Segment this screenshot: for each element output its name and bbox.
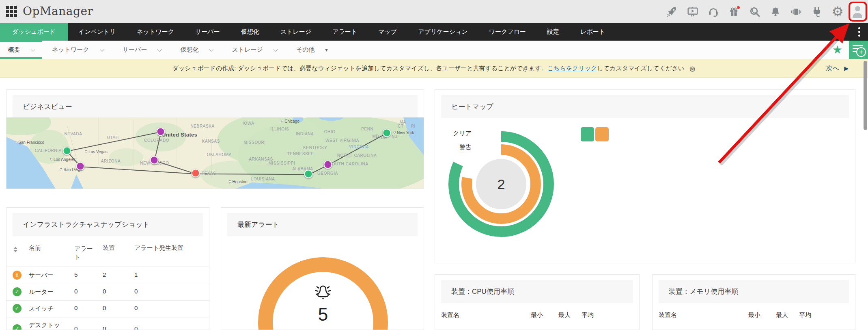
- play-arrow-icon: ▶: [844, 65, 849, 72]
- col-alerts[interactable]: アラート: [74, 244, 97, 261]
- nav-alerts[interactable]: アラート: [322, 23, 368, 41]
- map-label-indiana: INDIANA: [296, 132, 314, 136]
- map-node-texas[interactable]: [191, 169, 200, 178]
- settings-gear-icon[interactable]: ⚙: [831, 6, 844, 18]
- banner-prefix: ダッシュボードの作成: ダッシュボードでは、必要なウィジェットを追加してカスタマ…: [172, 65, 547, 72]
- heatmap-donut-chart[interactable]: 2: [440, 123, 562, 245]
- infra-row-switch[interactable]: ✓ スイッチ 0 0 0: [6, 300, 209, 317]
- nav-more-menu-icon[interactable]: [855, 23, 863, 41]
- subtab-server[interactable]: サーバー: [113, 41, 171, 59]
- col-devices[interactable]: 装置: [103, 244, 115, 252]
- chevron-down-icon[interactable]: [209, 47, 213, 51]
- legend-warning-swatch[interactable]: [595, 127, 609, 141]
- sort-icon[interactable]: [13, 247, 17, 252]
- infra-row-1-devices: 0: [103, 288, 106, 295]
- infrastructure-table-header: 名前 アラート 装置 アラート発生装置: [6, 239, 209, 267]
- user-avatar[interactable]: [850, 3, 865, 20]
- infra-row-1-alert-devices: 0: [134, 288, 138, 295]
- nav-applications[interactable]: アプリケーション: [407, 23, 478, 41]
- subtab-virtualization[interactable]: 仮想化: [170, 41, 222, 59]
- caret-down-icon[interactable]: ▾: [325, 47, 328, 53]
- nav-network[interactable]: ネットワーク: [126, 23, 185, 41]
- map-label-virginia: VIRGINIA: [349, 144, 369, 149]
- nav-server[interactable]: サーバー: [185, 23, 230, 41]
- banner-next-button[interactable]: 次へ ▶: [826, 59, 849, 77]
- mem-col-device[interactable]: 装置名: [659, 311, 677, 319]
- infra-row-desktop[interactable]: ✓ デスクトップ 0 0 0: [6, 317, 209, 330]
- cpu-col-min[interactable]: 最小: [529, 311, 543, 319]
- map-label-arizona: ARIZONA: [101, 158, 121, 163]
- infra-row-server[interactable]: !! サーバー 5 2 1: [6, 267, 209, 284]
- cpu-panel-title: 装置：CPU使用率順: [441, 280, 633, 303]
- map-label-nj: NJ: [392, 135, 397, 139]
- map-label-missouri: MISSOURI: [244, 140, 266, 145]
- subtab-network[interactable]: ネットワーク: [42, 41, 113, 59]
- cpu-col-device[interactable]: 装置名: [441, 311, 459, 319]
- subtab-storage[interactable]: ストレージ: [222, 41, 286, 59]
- chevron-down-icon[interactable]: [157, 47, 162, 51]
- cpu-col-avg[interactable]: 平均: [580, 311, 594, 319]
- col-name[interactable]: 名前: [29, 244, 41, 252]
- map-label-iowa: IOWA: [243, 121, 254, 126]
- map-label-utah: UTAH: [107, 135, 119, 140]
- infra-row-2-name: スイッチ: [29, 304, 60, 312]
- subtab-virtualization-label: 仮想化: [180, 46, 198, 54]
- favorite-star-icon[interactable]: ★: [832, 43, 842, 56]
- col-alert-devices[interactable]: アラート発生装置: [134, 244, 183, 252]
- mem-col-avg[interactable]: 平均: [797, 311, 811, 319]
- business-view-map: United StatesNEVADAUTAHCALIFORNIAARIZONA…: [6, 117, 424, 189]
- subtab-others[interactable]: その他 ▾: [286, 41, 338, 59]
- map-node-california[interactable]: [63, 147, 71, 155]
- map-node-colorado[interactable]: [157, 128, 165, 136]
- banner-link[interactable]: こちらをクリック: [547, 65, 597, 72]
- mem-col-max[interactable]: 最大: [774, 311, 788, 319]
- demo-video-icon[interactable]: [687, 6, 699, 18]
- chevron-down-icon[interactable]: [100, 47, 104, 51]
- map-node-new-york[interactable]: [382, 128, 391, 137]
- chevron-down-icon[interactable]: [274, 47, 278, 51]
- heatmap-legend[interactable]: [581, 127, 609, 141]
- app-launcher-grid-icon[interactable]: [6, 6, 17, 17]
- map-node-south-carolina[interactable]: [323, 160, 332, 169]
- notifications-bell-icon[interactable]: [769, 6, 782, 18]
- video-wall-icon[interactable]: [790, 6, 802, 18]
- nav-workflow[interactable]: ワークフロー: [478, 23, 536, 41]
- map-label-las-vegas: Las Vegas: [85, 150, 108, 154]
- map-node-san-diego[interactable]: [76, 162, 84, 170]
- plugin-icon[interactable]: [811, 6, 823, 18]
- banner-suffix: してカスタマイズしてください: [597, 65, 684, 72]
- memory-usage-panel: 装置：メモリ使用率順 装置名 最小 最大 平均: [652, 274, 855, 330]
- cpu-table-header: 装置名 最小 最大 平均: [435, 311, 639, 322]
- avatar-head: [855, 6, 860, 11]
- search-icon[interactable]: [749, 6, 761, 18]
- infra-row-router[interactable]: ✓ ルーター 0 0 0: [6, 284, 209, 301]
- map-node-new-mexico[interactable]: [150, 156, 158, 165]
- launch-rocket-icon[interactable]: [666, 6, 678, 18]
- map-label-georgia: GEORGIA: [317, 171, 338, 175]
- mem-col-min[interactable]: 最小: [747, 311, 760, 319]
- nav-inventory[interactable]: インベントリ: [68, 23, 126, 41]
- whats-new-gift-icon[interactable]: [728, 6, 740, 18]
- nav-settings[interactable]: 設定: [536, 23, 570, 41]
- legend-clear-swatch[interactable]: [581, 127, 594, 141]
- map-label-louisiana: LOUISIANA: [251, 176, 275, 181]
- plus-circle-icon: [856, 47, 866, 57]
- nav-virtualization[interactable]: 仮想化: [230, 23, 270, 41]
- map-node-georgia[interactable]: [304, 169, 313, 178]
- banner-text: ダッシュボードの作成: ダッシュボードでは、必要なウィジェットを追加してカスタマ…: [0, 59, 868, 77]
- nav-maps[interactable]: マップ: [368, 23, 407, 41]
- map-label-md: MD: [372, 134, 379, 138]
- info-banner: ダッシュボードの作成: ダッシュボードでは、必要なウィジェットを追加してカスタマ…: [0, 59, 868, 78]
- vertical-scrollbar-thumb[interactable]: [864, 61, 867, 130]
- support-headset-icon[interactable]: [707, 6, 719, 18]
- nav-dashboard[interactable]: ダッシュボード: [0, 23, 68, 41]
- dashboard-subtabs: 概要 ネットワーク サーバー 仮想化 ストレージ その他 ▾ ★: [0, 41, 868, 59]
- nav-reports[interactable]: レポート: [570, 23, 616, 41]
- chevron-down-icon[interactable]: [31, 47, 35, 51]
- subtab-overview[interactable]: 概要: [0, 41, 42, 59]
- infra-row-0-devices: 2: [103, 271, 106, 278]
- banner-close-icon[interactable]: ⊗: [689, 60, 696, 78]
- add-dashboard-button[interactable]: [849, 41, 868, 59]
- cpu-col-max[interactable]: 最大: [557, 311, 571, 319]
- nav-storage[interactable]: ストレージ: [270, 23, 322, 41]
